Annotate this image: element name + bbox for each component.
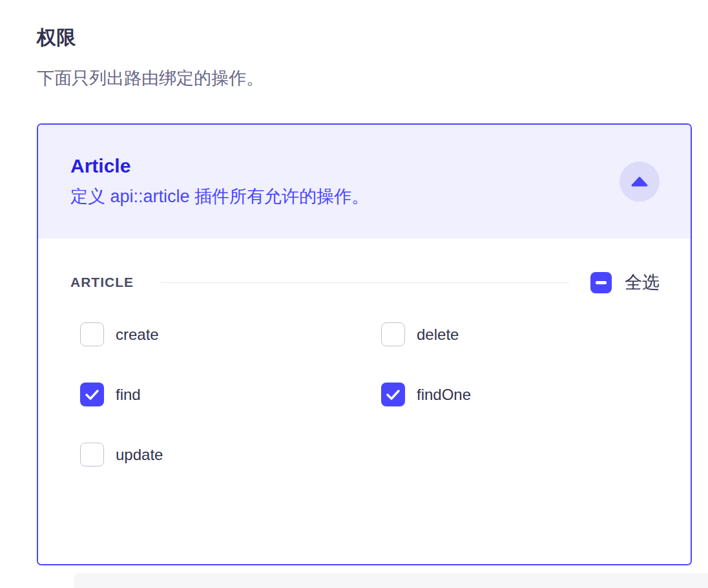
permission-label: update <box>116 446 163 464</box>
permission-item-findone[interactable]: findOne <box>381 383 660 406</box>
section-divider <box>161 282 569 283</box>
permission-item-delete[interactable]: delete <box>381 322 660 346</box>
indeterminate-dash-icon <box>596 281 607 284</box>
permission-item-create[interactable]: create <box>80 322 381 346</box>
permissions-page: 权限 下面只列出路由绑定的操作。 Article 定义 api::article… <box>0 0 708 588</box>
chevron-up-icon <box>631 176 648 187</box>
collapse-toggle-button[interactable] <box>620 162 660 202</box>
select-all-label: 全选 <box>625 271 660 294</box>
findone-checkbox[interactable] <box>381 383 405 406</box>
select-all-control[interactable]: 全选 <box>590 271 660 294</box>
page-title: 权限 <box>37 25 708 51</box>
permission-label: findOne <box>417 386 471 404</box>
accordion-header-text: Article 定义 api::article 插件所有允许的操作。 <box>70 155 369 208</box>
article-accordion: Article 定义 api::article 插件所有允许的操作。 ARTIC… <box>37 123 692 565</box>
check-icon <box>386 390 400 400</box>
accordion-title: Article <box>70 155 369 177</box>
next-accordion-collapsed-header[interactable] <box>74 573 708 588</box>
select-all-checkbox[interactable] <box>590 272 612 293</box>
accordion-body: ARTICLE 全选 create <box>38 238 691 564</box>
create-checkbox[interactable] <box>80 322 104 346</box>
check-icon <box>85 390 99 400</box>
permission-label: create <box>116 326 159 344</box>
permissions-grid: create delete find <box>80 322 660 467</box>
section-label: ARTICLE <box>70 275 134 290</box>
accordion-description: 定义 api::article 插件所有允许的操作。 <box>70 185 369 208</box>
permission-label: delete <box>417 326 459 344</box>
permission-item-find[interactable]: find <box>80 383 381 406</box>
section-header-row: ARTICLE 全选 <box>70 271 660 294</box>
permission-item-update[interactable]: update <box>80 443 381 467</box>
find-checkbox[interactable] <box>80 383 104 406</box>
article-accordion-header[interactable]: Article 定义 api::article 插件所有允许的操作。 <box>38 125 691 238</box>
permission-label: find <box>116 386 141 404</box>
page-subtitle: 下面只列出路由绑定的操作。 <box>37 67 708 90</box>
update-checkbox[interactable] <box>80 443 104 467</box>
delete-checkbox[interactable] <box>381 322 405 346</box>
